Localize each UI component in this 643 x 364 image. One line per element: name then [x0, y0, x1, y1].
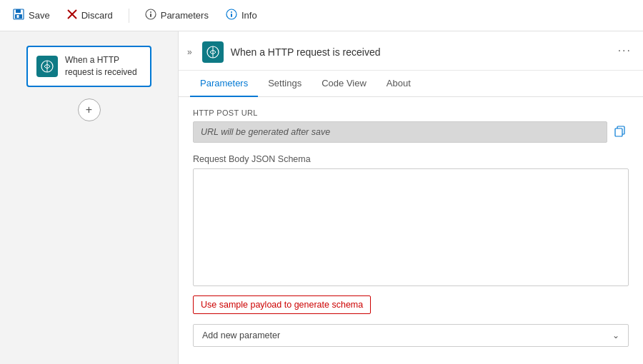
save-icon: [13, 9, 24, 22]
discard-button[interactable]: Discard: [66, 6, 114, 24]
parameters-button[interactable]: Parameters: [144, 6, 210, 25]
svg-rect-8: [150, 14, 151, 17]
left-panel: When a HTTP request is received +: [0, 31, 179, 364]
svg-rect-3: [17, 15, 19, 18]
url-input: URL will be generated after save: [193, 121, 607, 143]
right-panel-title: When a HTTP request is received: [231, 46, 381, 58]
svg-point-7: [150, 11, 151, 13]
node-icon: [36, 56, 58, 77]
tab-parameters[interactable]: Parameters: [190, 71, 258, 97]
discard-label: Discard: [81, 10, 113, 21]
svg-rect-1: [16, 9, 21, 13]
svg-rect-17: [615, 128, 622, 136]
collapse-button[interactable]: »: [187, 47, 192, 57]
more-options-button[interactable]: ···: [618, 44, 632, 57]
svg-rect-11: [231, 14, 232, 17]
right-panel: » When a HTTP request is received ··· Pa…: [179, 31, 643, 364]
right-node-icon: [202, 41, 224, 63]
content-area: HTTP POST URL URL will be generated afte…: [179, 97, 643, 364]
toolbar: Save Discard Parameters: [0, 0, 643, 31]
info-icon: [226, 9, 237, 22]
add-parameter-dropdown[interactable]: Add new parameter ⌄: [193, 324, 629, 347]
parameters-label: Parameters: [161, 10, 209, 21]
save-button[interactable]: Save: [11, 6, 51, 25]
tab-code-view[interactable]: Code View: [311, 71, 377, 97]
node-card[interactable]: When a HTTP request is received: [26, 46, 151, 87]
http-post-url-label: HTTP POST URL: [193, 108, 629, 117]
schema-textarea[interactable]: [193, 168, 629, 286]
url-placeholder-text: URL will be generated after save: [201, 127, 330, 137]
info-label: Info: [241, 10, 257, 21]
toolbar-separator: [129, 9, 129, 23]
discard-icon: [67, 9, 77, 21]
add-param-label: Add new parameter: [202, 330, 280, 340]
tab-settings[interactable]: Settings: [258, 71, 311, 97]
right-header: » When a HTTP request is received ···: [179, 31, 643, 71]
node-label: When a HTTP request is received: [65, 54, 141, 79]
save-label: Save: [29, 10, 50, 21]
chevron-down-icon: ⌄: [612, 330, 619, 340]
main-layout: When a HTTP request is received + » When…: [0, 31, 643, 364]
info-button[interactable]: Info: [224, 6, 259, 25]
schema-label: Request Body JSON Schema: [193, 154, 629, 164]
add-step-button[interactable]: +: [78, 98, 101, 121]
generate-schema-link[interactable]: Use sample payload to generate schema: [193, 295, 371, 314]
copy-url-button[interactable]: [612, 123, 629, 142]
svg-point-10: [231, 11, 232, 13]
url-field: URL will be generated after save: [193, 121, 629, 143]
tabs: Parameters Settings Code View About: [179, 71, 643, 97]
tab-about[interactable]: About: [377, 71, 421, 97]
plus-icon: +: [86, 103, 92, 116]
parameters-icon: [145, 9, 156, 22]
